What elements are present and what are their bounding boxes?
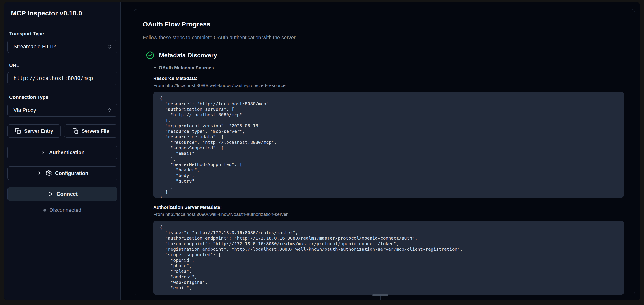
connection-status-text: Disconnected: [50, 207, 82, 213]
transport-type-label: Transport Type: [9, 31, 117, 37]
copy-icon: [72, 128, 78, 134]
chevron-right-icon: [40, 150, 46, 155]
connection-type-label: Connection Type: [9, 95, 117, 100]
connection-type-field: Connection Type Via Proxy: [8, 95, 117, 117]
resource-metadata-json[interactable]: { "resource": "http://localhost:8080/mcp…: [153, 92, 624, 197]
servers-file-button[interactable]: Servers File: [64, 124, 117, 138]
select-updown-icon: [106, 44, 113, 50]
triangle-down-icon: ▼: [153, 66, 157, 70]
copy-icon: [15, 128, 21, 134]
connect-label: Connect: [56, 191, 78, 197]
step-body: ▼ OAuth Metadata Sources Resource Metada…: [153, 65, 624, 295]
auth-server-metadata-source: From http://localhost:8080/.well-known/o…: [153, 212, 624, 217]
auth-server-metadata-json[interactable]: { "issuer": "http://172.18.0.16:8080/rea…: [153, 221, 624, 295]
connection-type-value: Via Proxy: [14, 107, 36, 113]
chevron-right-icon: [36, 170, 42, 176]
import-buttons-row: Server Entry Servers File: [8, 124, 117, 138]
bottom-panel-divider: [121, 295, 640, 300]
connection-status: Disconnected: [8, 207, 117, 213]
sidebar: MCP Inspector v0.18.0 Transport Type Str…: [4, 2, 121, 300]
app-title-bar: MCP Inspector v0.18.0: [4, 2, 120, 24]
transport-type-field: Transport Type Streamable HTTP: [8, 31, 117, 53]
status-dot-icon: [44, 209, 46, 212]
resource-metadata-label: Resource Metadata:: [153, 76, 624, 81]
url-field: URL: [8, 63, 117, 85]
main-panel: OAuth Flow Progress Follow these steps t…: [121, 2, 640, 300]
page-subtitle: Follow these steps to complete OAuth aut…: [143, 35, 624, 41]
sidebar-body: Transport Type Streamable HTTP URL Conne…: [4, 24, 120, 213]
connection-type-select[interactable]: Via Proxy: [8, 104, 117, 117]
step-metadata-discovery: Metadata Discovery: [146, 51, 624, 59]
url-input[interactable]: [8, 72, 117, 85]
authentication-button[interactable]: Authentication: [8, 146, 117, 159]
auth-server-metadata-label: Authorization Server Metadata:: [153, 205, 624, 210]
oauth-metadata-sources-label: OAuth Metadata Sources: [159, 65, 214, 70]
configuration-label: Configuration: [55, 170, 88, 176]
configuration-button[interactable]: Configuration: [8, 166, 117, 180]
servers-file-label: Servers File: [82, 128, 109, 134]
connect-button[interactable]: Connect: [8, 187, 117, 201]
play-icon: [47, 191, 53, 197]
transport-type-select[interactable]: Streamable HTTP: [8, 40, 117, 53]
step-title: Metadata Discovery: [159, 52, 217, 59]
authentication-label: Authentication: [49, 150, 85, 156]
resource-metadata-source: From http://localhost:8080/.well-known/o…: [153, 83, 624, 88]
mcp-inspector-app: MCP Inspector v0.18.0 Transport Type Str…: [4, 2, 640, 300]
oauth-flow-card: OAuth Flow Progress Follow these steps t…: [134, 9, 635, 295]
panel-resize-handle[interactable]: [372, 294, 388, 296]
select-updown-icon: [106, 107, 113, 113]
url-label: URL: [9, 63, 117, 68]
check-circle-icon: [146, 51, 154, 59]
transport-type-value: Streamable HTTP: [14, 44, 56, 50]
oauth-metadata-sources-toggle[interactable]: ▼ OAuth Metadata Sources: [153, 65, 624, 70]
app-title: MCP Inspector v0.18.0: [11, 10, 82, 17]
page-title: OAuth Flow Progress: [143, 21, 624, 28]
server-entry-button[interactable]: Server Entry: [8, 124, 61, 138]
gear-icon: [46, 170, 52, 177]
server-entry-label: Server Entry: [24, 128, 53, 134]
